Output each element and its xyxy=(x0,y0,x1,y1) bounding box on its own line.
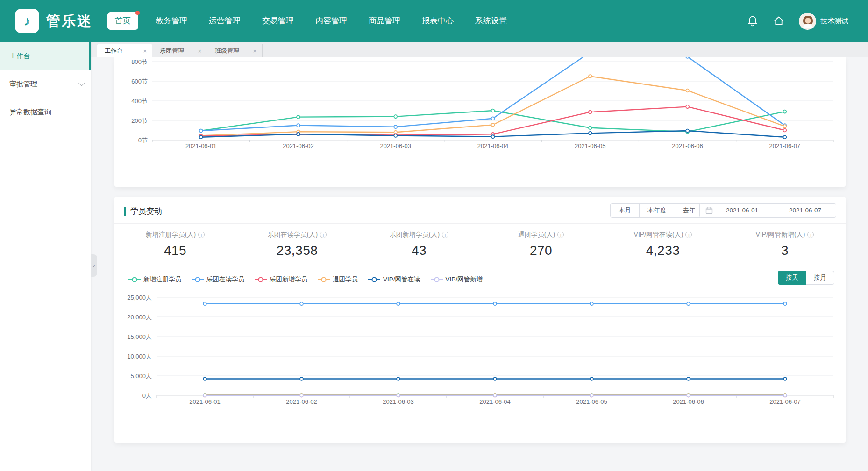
svg-text:2021-06-07: 2021-06-07 xyxy=(769,142,801,149)
sidebar-item-label: 异常数据查询 xyxy=(9,108,51,117)
sidebar-item-工作台[interactable]: 工作台 xyxy=(0,42,91,70)
stat-value: 415 xyxy=(114,243,236,258)
sidebar: 工作台审批管理异常数据查询 xyxy=(0,42,91,471)
stat-乐团在读学员(人): 乐团在读学员(人)i23,358 xyxy=(236,224,358,267)
nav-item-教务管理[interactable]: 教务管理 xyxy=(145,12,198,30)
legend-label: VIP/网管在读 xyxy=(383,275,420,284)
section-title-text: 学员变动 xyxy=(130,206,162,217)
legend-label: 退团学员 xyxy=(333,275,358,284)
nav-item-运营管理[interactable]: 运营管理 xyxy=(198,12,251,30)
svg-text:2021-06-05: 2021-06-05 xyxy=(575,142,606,149)
svg-text:5,000人: 5,000人 xyxy=(130,373,152,380)
legend-marker-icon xyxy=(192,277,204,282)
stat-label: 退团学员(人)i xyxy=(480,231,602,239)
user-name[interactable]: 技术测试 xyxy=(820,17,848,26)
sidebar-item-审批管理[interactable]: 审批管理 xyxy=(0,70,91,98)
open-tabs-bar: 工作台×乐团管理×班级管理× xyxy=(91,42,868,57)
sidebar-item-label: 审批管理 xyxy=(9,80,37,89)
app-name: 管乐迷 xyxy=(46,12,92,31)
nav-item-报表中心[interactable]: 报表中心 xyxy=(411,12,464,30)
stat-label-text: VIP/网管新增(人) xyxy=(756,231,805,239)
range-button-本年度[interactable]: 本年度 xyxy=(639,203,675,218)
range-button-本月[interactable]: 本月 xyxy=(610,203,640,218)
legend-label: 乐团新增学员 xyxy=(270,275,307,284)
nav-item-内容管理[interactable]: 内容管理 xyxy=(305,12,358,30)
collapse-chevron-icon: ‹ xyxy=(93,262,95,269)
info-icon[interactable]: i xyxy=(807,232,814,238)
section-title: 学员变动 xyxy=(124,206,162,217)
stat-新增注册学员(人): 新增注册学员(人)i415 xyxy=(114,224,236,267)
sessions-trend-chart: 0节200节400节600节800节2021-06-012021-06-0220… xyxy=(114,57,846,187)
info-icon[interactable]: i xyxy=(685,232,692,238)
svg-text:2021-06-06: 2021-06-06 xyxy=(673,398,704,405)
user-avatar[interactable] xyxy=(799,13,816,30)
nav-item-label: 报表中心 xyxy=(422,16,454,25)
tab-工作台[interactable]: 工作台× xyxy=(97,44,152,57)
info-icon[interactable]: i xyxy=(557,232,564,238)
svg-text:2021-06-01: 2021-06-01 xyxy=(185,142,217,149)
nav-item-label: 交易管理 xyxy=(262,16,294,25)
nav-item-label: 商品管理 xyxy=(369,16,400,25)
stat-label: 新增注册学员(人)i xyxy=(114,231,236,239)
svg-text:2021-06-03: 2021-06-03 xyxy=(380,142,411,149)
student-change-header: 学员变动 本月本年度去年 2021-06-01 - 2021-06-07 xyxy=(114,197,846,224)
legend-item-VIP/网管新增[interactable]: VIP/网管新增 xyxy=(431,275,483,284)
tab-乐团管理[interactable]: 乐团管理× xyxy=(152,44,207,57)
legend-item-乐团新增学员[interactable]: 乐团新增学员 xyxy=(255,275,307,284)
navbar-right: 技术测试 xyxy=(733,13,848,30)
bell-icon[interactable] xyxy=(747,15,759,27)
legend-marker-icon xyxy=(128,277,141,282)
legend-item-新增注册学员[interactable]: 新增注册学员 xyxy=(128,275,181,284)
sidebar-collapse-handle[interactable]: ‹ xyxy=(91,254,97,277)
svg-text:25,000人: 25,000人 xyxy=(127,294,152,301)
stat-label-text: 乐团在读学员(人) xyxy=(268,231,318,239)
date-start-field[interactable]: 2021-06-01 xyxy=(718,207,767,214)
legend-item-VIP/网管在读[interactable]: VIP/网管在读 xyxy=(368,275,420,284)
tab-close-icon[interactable]: × xyxy=(143,48,147,55)
home-icon[interactable] xyxy=(773,15,785,27)
legend-marker-icon xyxy=(255,277,267,282)
tab-close-icon[interactable]: × xyxy=(198,48,201,55)
date-range-button-group: 本月本年度去年 xyxy=(610,203,704,218)
svg-text:2021-06-02: 2021-06-02 xyxy=(286,398,317,405)
nav-item-首页[interactable]: 首页 xyxy=(107,12,138,30)
stat-label-text: 乐团新增学员(人) xyxy=(390,231,440,239)
svg-text:800节: 800节 xyxy=(131,58,148,65)
mode-button-按月[interactable]: 按月 xyxy=(806,271,834,285)
sidebar-item-异常数据查询[interactable]: 异常数据查询 xyxy=(0,98,91,126)
legend-marker-icon xyxy=(368,277,380,282)
legend-item-退团学员[interactable]: 退团学员 xyxy=(318,275,358,284)
info-icon[interactable]: i xyxy=(442,232,448,238)
svg-text:600节: 600节 xyxy=(131,78,148,85)
stat-label: VIP/网管在读(人)i xyxy=(602,231,724,239)
stat-value: 270 xyxy=(480,243,602,258)
info-icon[interactable]: i xyxy=(320,232,327,238)
info-icon[interactable]: i xyxy=(198,232,205,238)
stat-label: VIP/网管新增(人)i xyxy=(724,231,846,239)
date-range-picker[interactable]: 2021-06-01 - 2021-06-07 xyxy=(699,203,836,218)
tab-班级管理[interactable]: 班级管理× xyxy=(207,44,263,57)
svg-text:2021-06-02: 2021-06-02 xyxy=(283,142,314,149)
svg-text:10,000人: 10,000人 xyxy=(127,353,152,360)
legend-item-乐团在读学员[interactable]: 乐团在读学员 xyxy=(192,275,244,284)
notification-badge xyxy=(135,11,140,15)
tab-close-icon[interactable]: × xyxy=(253,48,256,55)
mode-button-按天[interactable]: 按天 xyxy=(778,271,806,285)
svg-text:2021-06-05: 2021-06-05 xyxy=(576,398,607,405)
app-logo[interactable]: ♪ 管乐迷 xyxy=(15,9,92,33)
nav-item-交易管理[interactable]: 交易管理 xyxy=(251,12,305,30)
top-navbar: ♪ 管乐迷 首页教务管理运营管理交易管理内容管理商品管理报表中心系统设置 技术测… xyxy=(0,0,868,42)
stat-value: 3 xyxy=(724,243,846,258)
main-nav: 首页教务管理运营管理交易管理内容管理商品管理报表中心系统设置 xyxy=(106,12,518,30)
svg-text:20,000人: 20,000人 xyxy=(127,314,152,321)
nav-item-商品管理[interactable]: 商品管理 xyxy=(358,12,411,30)
stat-VIP/网管在读(人): VIP/网管在读(人)i4,233 xyxy=(602,224,724,267)
svg-text:400节: 400节 xyxy=(131,98,148,105)
legend-marker-icon xyxy=(318,277,330,282)
svg-text:2021-06-06: 2021-06-06 xyxy=(672,142,703,149)
svg-text:2021-06-01: 2021-06-01 xyxy=(189,398,221,405)
nav-item-系统设置[interactable]: 系统设置 xyxy=(464,12,518,30)
chart-legend: 新增注册学员乐团在读学员乐团新增学员退团学员VIP/网管在读VIP/网管新增 xyxy=(128,275,493,284)
date-end-field[interactable]: 2021-06-07 xyxy=(781,207,830,214)
nav-item-label: 运营管理 xyxy=(209,16,241,25)
